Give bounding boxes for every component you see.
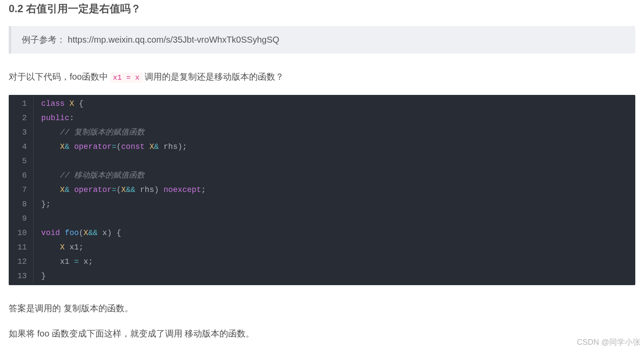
line-number: 12 xyxy=(17,255,27,269)
code-token xyxy=(145,142,149,151)
inline-code: x1 = x xyxy=(110,73,142,83)
code-line: X& operator=(const X& rhs); xyxy=(41,140,627,154)
code-token xyxy=(41,185,60,194)
code-token: & xyxy=(154,142,159,151)
code-content: class X {public: // 复制版本的赋值函数 X& operato… xyxy=(34,97,635,283)
code-token: = xyxy=(112,142,117,151)
code-token: x1 xyxy=(41,257,74,266)
line-number: 13 xyxy=(17,269,27,283)
line-number: 9 xyxy=(17,212,27,226)
code-line: X x1; xyxy=(41,240,627,255)
reference-link[interactable]: https://mp.weixin.qq.com/s/35Jbt-vroWhxT… xyxy=(68,35,280,44)
code-token: public xyxy=(41,114,70,122)
section-heading: 0.2 右值引用一定是右值吗？ xyxy=(9,2,635,16)
paragraph-1: 对于以下代码，foo函数中 x1 = x 调用的是复制还是移动版本的函数？ xyxy=(9,69,635,84)
code-line: class X { xyxy=(41,97,627,111)
code-token xyxy=(65,99,70,108)
code-token: = xyxy=(74,257,79,266)
paragraph-3: 如果将 foo 函数变成下面这样，就变成了调用 移动版本的函数。 xyxy=(9,326,635,341)
code-token: rhs) xyxy=(135,185,164,194)
code-token xyxy=(41,171,60,180)
code-token: void xyxy=(41,229,60,237)
line-number: 4 xyxy=(17,140,27,154)
code-line: } xyxy=(41,269,627,283)
code-token: X xyxy=(69,99,74,108)
line-number: 1 xyxy=(17,97,27,111)
code-token: X xyxy=(60,142,65,151)
code-token: operator xyxy=(74,142,111,151)
line-number: 3 xyxy=(17,125,27,140)
reference-quote: 例子参考： https://mp.weixin.qq.com/s/35Jbt-v… xyxy=(9,26,635,54)
code-token: operator xyxy=(74,185,111,194)
code-token: noexcept xyxy=(164,185,201,194)
code-token: ( xyxy=(117,185,121,194)
code-token: foo xyxy=(65,229,79,237)
para1-after: 调用的是复制还是移动版本的函数？ xyxy=(142,72,284,81)
code-token xyxy=(60,229,65,237)
line-number: 11 xyxy=(17,240,27,255)
code-token: ( xyxy=(79,229,84,237)
code-line xyxy=(41,212,627,226)
code-token: X xyxy=(84,229,88,237)
code-token: x) { xyxy=(98,229,121,237)
code-token: X xyxy=(60,185,65,194)
code-token: X xyxy=(60,243,65,252)
code-token: & xyxy=(65,142,70,151)
para1-before: 对于以下代码，foo函数中 xyxy=(9,72,110,81)
code-line: }; xyxy=(41,197,627,212)
code-token: // 复制版本的赋值函数 xyxy=(60,128,145,137)
paragraph-2: 答案是调用的 复制版本的函数。 xyxy=(9,301,635,316)
code-token xyxy=(69,185,74,194)
code-token: ( xyxy=(117,142,121,151)
quote-prefix: 例子参考： xyxy=(22,35,65,44)
code-token xyxy=(69,142,74,151)
code-token: }; xyxy=(41,200,51,209)
line-number: 6 xyxy=(17,168,27,183)
code-token: X xyxy=(121,185,126,194)
line-number: 8 xyxy=(17,197,27,212)
line-number: 2 xyxy=(17,111,27,125)
line-number: 7 xyxy=(17,183,27,197)
code-token: : xyxy=(69,114,74,122)
code-line: X& operator=(X&& rhs) noexcept; xyxy=(41,183,627,197)
code-token: && xyxy=(88,229,98,237)
code-token: & xyxy=(65,185,70,194)
code-token: rhs); xyxy=(159,142,187,151)
code-token: // 移动版本的赋值函数 xyxy=(60,171,145,180)
code-line: // 复制版本的赋值函数 xyxy=(41,125,627,140)
code-token: = xyxy=(112,185,117,194)
code-token: } xyxy=(41,272,46,280)
line-number: 5 xyxy=(17,154,27,168)
code-token: class xyxy=(41,99,65,108)
code-token: x1; xyxy=(65,243,84,252)
code-token: const xyxy=(121,142,145,151)
code-line: // 移动版本的赋值函数 xyxy=(41,168,627,183)
code-line: void foo(X&& x) { xyxy=(41,226,627,240)
code-line: x1 = x; xyxy=(41,255,627,269)
code-line xyxy=(41,154,627,168)
code-token: { xyxy=(74,99,84,108)
code-token: X xyxy=(149,142,154,151)
code-token: x; xyxy=(79,257,93,266)
code-token xyxy=(41,142,60,151)
code-line: public: xyxy=(41,111,627,125)
code-token xyxy=(41,128,60,137)
code-block: 12345678910111213 class X {public: // 复制… xyxy=(9,95,635,285)
code-token: ; xyxy=(201,185,206,194)
code-token: && xyxy=(126,185,135,194)
code-token xyxy=(41,243,60,252)
code-gutter: 12345678910111213 xyxy=(9,97,34,283)
line-number: 10 xyxy=(17,226,27,240)
